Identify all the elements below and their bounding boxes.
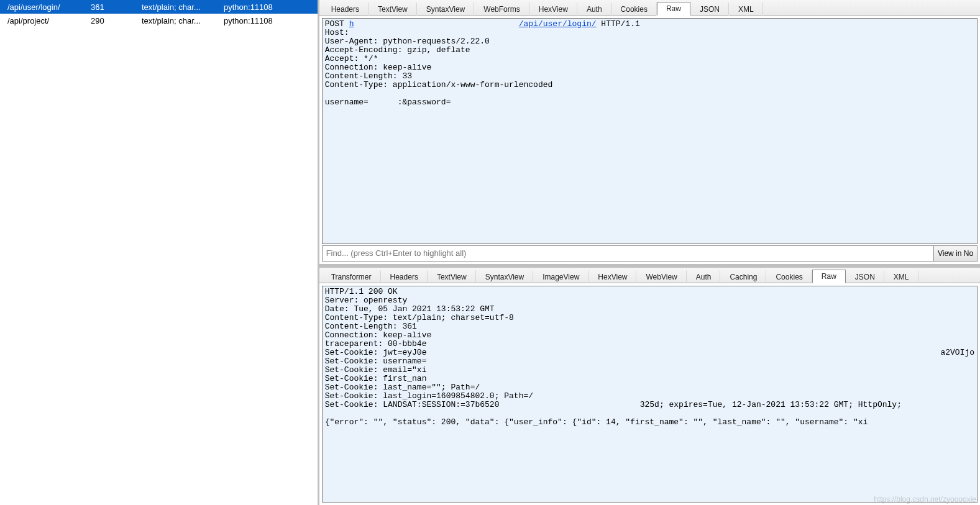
session-content-type: text/plain; char... [142,16,221,25]
response-raw-pane[interactable]: HTTP/1.1 200 OK Server: openresty Date: … [322,286,978,503]
tab-auth[interactable]: Auth [687,270,721,283]
tab-textview[interactable]: TextView [369,2,417,16]
sessions-list[interactable]: /api/user/login/ 361 text/plain; char...… [0,0,319,505]
session-url: /api/project/ [7,16,88,25]
session-size: 361 [91,2,139,12]
tab-xml[interactable]: XML [884,270,918,283]
request-raw-pane[interactable]: POST h /api/user/login/ HTTP/1.1 Host: U… [322,18,978,244]
tab-xml[interactable]: XML [729,2,763,16]
tab-imageview[interactable]: ImageView [533,270,588,283]
tab-cookies[interactable]: Cookies [611,2,657,16]
tab-webview[interactable]: WebView [636,270,686,283]
request-method: POST [325,19,344,29]
session-process: python:11108 [224,16,298,25]
tab-raw[interactable]: Raw [657,2,690,16]
session-content-type: text/plain; char... [142,2,221,12]
request-url-link-left[interactable]: h [349,19,354,29]
tab-hexview[interactable]: HexView [529,2,577,16]
find-bar: View in No [322,245,978,262]
tab-cookies[interactable]: Cookies [766,270,812,283]
view-in-notepad-button[interactable]: View in No [933,246,977,261]
session-size: 290 [91,16,139,25]
request-url-link-right[interactable]: /api/user/login/ [519,19,597,29]
session-url: /api/user/login/ [7,2,88,12]
find-input[interactable] [323,246,933,261]
tab-json[interactable]: JSON [690,2,729,16]
session-row[interactable]: /api/project/ 290 text/plain; char... py… [0,14,318,27]
tab-webforms[interactable]: WebForms [474,2,529,16]
tab-headers[interactable]: Headers [322,2,369,16]
response-tabstrip: Transformer Headers TextView SyntaxView … [319,268,980,283]
tab-auth[interactable]: Auth [577,2,611,16]
session-process: python:11108 [224,2,298,12]
tab-syntaxview[interactable]: SyntaxView [417,2,474,16]
session-row[interactable]: /api/user/login/ 361 text/plain; char...… [0,0,318,14]
tab-json[interactable]: JSON [846,270,884,283]
request-http-version: HTTP/1.1 [597,19,640,29]
request-tabstrip: Headers TextView SyntaxView WebForms Hex… [319,0,980,16]
tab-textview[interactable]: TextView [428,270,476,283]
tab-caching[interactable]: Caching [720,270,766,283]
tab-transformer[interactable]: Transformer [322,270,381,283]
tab-syntaxview[interactable]: SyntaxView [476,270,533,283]
tab-raw[interactable]: Raw [812,270,846,283]
request-headers-block: Host: User-Agent: python-requests/2.22.0… [325,28,553,107]
tab-hexview[interactable]: HexView [588,270,636,283]
tab-headers[interactable]: Headers [381,270,428,283]
